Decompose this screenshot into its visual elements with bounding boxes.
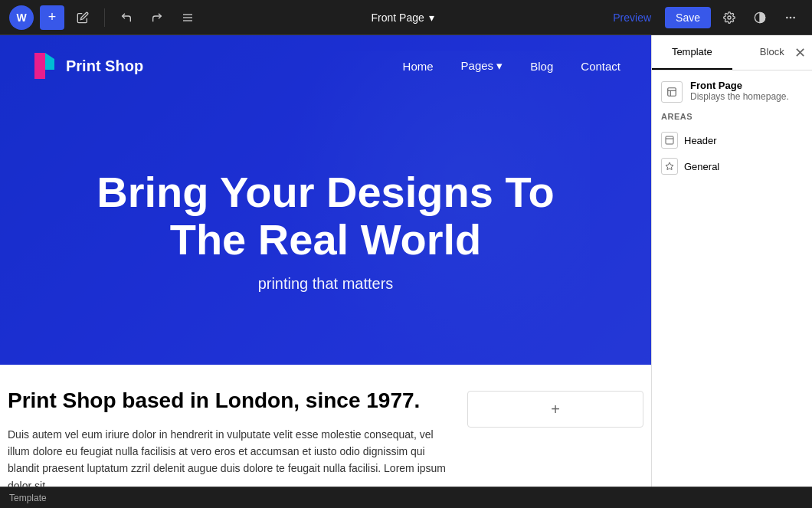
svg-point-6: [790, 16, 792, 18]
redo-button[interactable]: [145, 5, 169, 30]
tab-template[interactable]: Template: [652, 35, 732, 70]
hero-subtitle: printing that matters: [258, 275, 394, 293]
page-type-icon: [661, 81, 683, 103]
toolbar-right: Preview Save: [605, 5, 803, 30]
list-view-button[interactable]: [175, 5, 200, 30]
site-navigation: Print Shop Home Pages ▾ Blog Contact: [0, 35, 651, 97]
hero-section: Print Shop Home Pages ▾ Blog Contact Bri…: [0, 35, 651, 365]
svg-point-3: [728, 16, 731, 19]
status-bar: Template: [0, 487, 812, 508]
hero-content: Bring Your Designs To The Real World pri…: [0, 97, 651, 365]
toolbar: W + Front Page ▾ Preview Save: [0, 0, 812, 35]
nav-contact[interactable]: Contact: [581, 60, 620, 73]
toolbar-divider-1: [104, 8, 105, 27]
add-block-plus-icon: +: [551, 401, 560, 418]
page-title-chevron-icon: ▾: [429, 11, 434, 24]
save-button[interactable]: Save: [665, 7, 711, 28]
preview-button[interactable]: Preview: [605, 7, 659, 28]
content-left: Print Shop based in London, since 1977. …: [8, 388, 452, 487]
page-name: Front Page: [690, 80, 789, 91]
site-logo: Print Shop: [31, 51, 143, 81]
wp-logo-icon[interactable]: W: [9, 5, 34, 30]
header-area-label: Header: [684, 135, 717, 146]
settings-button[interactable]: [717, 5, 742, 30]
panel-tabs: Template Block ✕: [652, 35, 812, 70]
page-title-text: Front Page: [372, 11, 424, 24]
site-name: Print Shop: [66, 57, 143, 75]
hero-title: Bring Your Designs To The Real World: [96, 169, 555, 263]
page-title-button[interactable]: Front Page ▾: [364, 7, 442, 28]
logo-icon: [31, 51, 58, 81]
svg-marker-13: [666, 162, 673, 170]
general-area-icon: [661, 158, 678, 175]
add-content-block-button[interactable]: +: [467, 391, 643, 428]
nav-blog[interactable]: Blog: [530, 60, 553, 73]
panel-close-button[interactable]: ✕: [794, 44, 806, 61]
theme-toggle-button[interactable]: [748, 5, 772, 30]
edit-mode-button[interactable]: [70, 5, 95, 30]
general-area-label: General: [684, 161, 719, 172]
undo-button[interactable]: [114, 5, 139, 30]
content-row: Print Shop based in London, since 1977. …: [0, 388, 651, 487]
svg-rect-11: [666, 136, 673, 144]
nav-pages[interactable]: Pages ▾: [461, 59, 503, 73]
body-content: Print Shop based in London, since 1977. …: [0, 365, 651, 487]
toolbar-center: Front Page ▾: [206, 7, 599, 28]
status-text: Template: [9, 493, 47, 503]
svg-point-5: [786, 16, 788, 18]
page-info: Front Page Displays the homepage.: [690, 80, 789, 102]
nav-home[interactable]: Home: [403, 60, 434, 73]
main-area: Print Shop Home Pages ▾ Blog Contact Bri…: [0, 35, 812, 487]
more-options-button[interactable]: [778, 5, 803, 30]
section-heading: Print Shop based in London, since 1977.: [8, 388, 452, 414]
svg-rect-8: [668, 88, 676, 97]
panel-body: Front Page Displays the homepage. Areas …: [652, 70, 812, 487]
areas-label: Areas: [661, 112, 803, 121]
add-block-toolbar-button[interactable]: +: [40, 5, 64, 30]
nav-links: Home Pages ▾ Blog Contact: [403, 59, 620, 73]
right-panel: Template Block ✕ Front Page Displays the…: [651, 35, 812, 487]
area-item-header[interactable]: Header: [661, 127, 803, 153]
panel-page-item: Front Page Displays the homepage.: [661, 80, 803, 103]
canvas: Print Shop Home Pages ▾ Blog Contact Bri…: [0, 35, 651, 487]
area-item-general[interactable]: General: [661, 153, 803, 179]
header-area-icon: [661, 132, 678, 149]
page-description: Displays the homepage.: [690, 91, 789, 102]
section-text: Duis autem vel eum iriure dolor in hendr…: [8, 426, 452, 487]
svg-point-7: [793, 16, 795, 18]
